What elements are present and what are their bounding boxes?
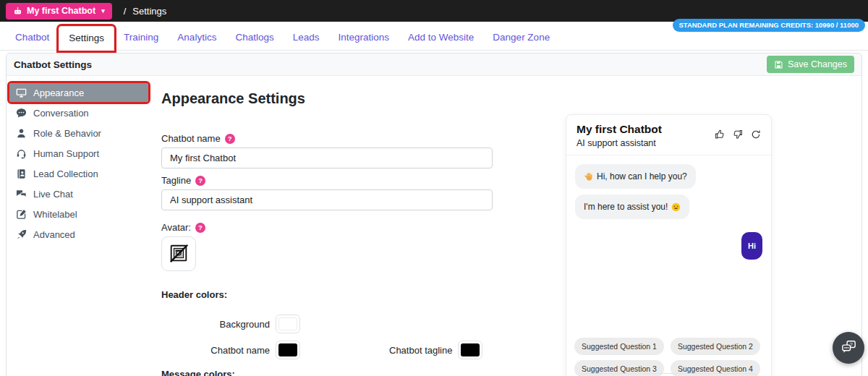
avatar-upload-button[interactable] (161, 236, 196, 271)
sidebar-item-human-support[interactable]: Human Support (9, 144, 148, 163)
sidebar-item-whitelabel[interactable]: Whitelabel (9, 205, 148, 223)
sidebar-item-label: Live Chat (33, 189, 73, 200)
save-changes-button[interactable]: Save Changes (767, 56, 854, 73)
robot-icon (13, 7, 22, 16)
avatar-label: Avatar: (161, 222, 191, 233)
tagline-input[interactable] (161, 189, 493, 210)
chatbot-selector-button[interactable]: My first Chatbot ▾ (6, 3, 112, 20)
sidebar-item-label: Conversation (33, 108, 89, 119)
chatbot-selector-label: My first Chatbot (27, 6, 95, 16)
sidebar-item-advanced[interactable]: Advanced (9, 225, 148, 244)
caret-down-icon: ▾ (101, 7, 105, 14)
message-input[interactable] (574, 373, 763, 376)
chatbot-name-input[interactable] (161, 148, 493, 168)
breadcrumb-separator: / (124, 6, 127, 17)
chatbot-name-label: Chatbot name (161, 133, 221, 144)
user-message-bubble: Hi (741, 232, 762, 260)
sidebar-item-label: Human Support (33, 148, 99, 159)
sidebar-item-label: Lead Collection (33, 168, 98, 179)
sidebar-item-lead-collection[interactable]: Lead Collection (9, 164, 148, 183)
header-background-color-row: Background (161, 315, 509, 333)
suggested-question-pill[interactable]: Suggested Question 2 (671, 338, 760, 355)
header-text-color-row: Chatbot name Chatbot tagline (161, 341, 509, 359)
chatbot-tagline-color-label: Chatbot tagline (389, 345, 452, 356)
tab-training[interactable]: Training (114, 26, 168, 51)
appearance-form: Appearance Settings Chatbot name ? Tagli… (161, 76, 509, 376)
breadcrumb-current: Settings (132, 6, 166, 17)
tab-chatbot[interactable]: Chatbot (6, 26, 59, 51)
sidebar-item-label: Whitelabel (33, 209, 77, 220)
refresh-icon[interactable] (751, 129, 761, 140)
save-icon (774, 60, 783, 69)
preview-title: My first Chatbot (576, 123, 662, 136)
address-book-icon (16, 168, 27, 179)
sidebar-item-label: Appearance (33, 87, 84, 98)
waving-hand-emoji (584, 172, 593, 181)
chat-preview-header: My first Chatbot AI support assistant (566, 115, 771, 155)
person-icon (16, 128, 27, 139)
chat-help-icon: ? (841, 338, 857, 357)
headset-icon (16, 148, 27, 159)
preview-subtitle: AI support assistant (576, 138, 662, 148)
chatbot-tagline-color-picker[interactable] (458, 341, 482, 359)
chat-preview-body: Hi, how can I help you? I'm here to assi… (566, 155, 771, 260)
avatar-group: Avatar: ? (161, 222, 509, 271)
bot-message-text: Hi, how can I help you? (597, 171, 687, 181)
chatbot-name-color-picker[interactable] (276, 341, 300, 359)
settings-card-header: Chatbot Settings Save Changes (7, 54, 861, 76)
tab-analytics[interactable]: Analytics (168, 26, 226, 51)
chat-bubbles-icon (16, 189, 27, 200)
tagline-group: Tagline ? (161, 175, 509, 210)
tab-integrations[interactable]: Integrations (328, 26, 399, 51)
chat-bubble-icon (16, 108, 27, 119)
help-icon[interactable]: ? (195, 223, 205, 233)
help-widget-button[interactable]: ? (833, 332, 864, 364)
smiling-face-emoji (671, 202, 681, 212)
sidebar-item-conversation[interactable]: Conversation (9, 103, 148, 122)
monitor-icon (16, 87, 27, 98)
message-colors-section-label: Message colors: (161, 369, 509, 376)
background-color-label: Background (161, 319, 270, 330)
header-colors-section-label: Header colors: (161, 289, 509, 300)
help-icon[interactable]: ? (225, 134, 235, 144)
tab-add-to-website[interactable]: Add to Website (399, 26, 483, 51)
bot-message-text: I'm here to assist you! (584, 202, 668, 212)
broken-image-icon (168, 242, 190, 266)
sidebar-item-label: Advanced (33, 229, 75, 240)
thumbs-up-icon[interactable] (715, 129, 725, 140)
bot-message: I'm here to assist you! (575, 195, 689, 219)
sidebar-item-appearance[interactable]: Appearance (9, 83, 148, 102)
tab-danger-zone[interactable]: Danger Zone (483, 26, 559, 51)
rocket-icon (16, 229, 27, 240)
sidebar-item-label: Role & Behavior (33, 128, 101, 139)
chat-preview: My first Chatbot AI support assistant (566, 114, 772, 376)
card-title: Chatbot Settings (14, 59, 92, 70)
thumbs-down-icon[interactable] (733, 129, 743, 140)
page-title: Appearance Settings (161, 90, 509, 107)
suggested-question-pill[interactable]: Suggested Question 1 (574, 338, 664, 355)
chatbot-name-group: Chatbot name ? (161, 133, 509, 168)
background-color-picker[interactable] (276, 315, 300, 333)
pencil-square-icon (16, 209, 27, 220)
chatbot-name-color-label: Chatbot name (161, 345, 270, 356)
tab-settings[interactable]: Settings (59, 26, 114, 51)
settings-sidebar: Appearance Conversation Role & Behavior (7, 76, 151, 376)
sidebar-item-role-behavior[interactable]: Role & Behavior (9, 124, 148, 142)
tab-chatlogs[interactable]: Chatlogs (226, 26, 283, 51)
save-changes-label: Save Changes (788, 59, 847, 69)
tagline-label: Tagline (161, 175, 191, 186)
suggested-questions: Suggested Question 1 Suggested Question … (574, 338, 763, 376)
page: My first Chatbot ▾ / Settings STANDARD P… (0, 0, 868, 376)
credits-badge: STANDARD PLAN REMAINING CREDITS: 10990 /… (673, 19, 865, 32)
bot-message: Hi, how can I help you? (575, 164, 696, 189)
tab-leads[interactable]: Leads (284, 26, 329, 51)
help-icon[interactable]: ? (195, 176, 205, 186)
sidebar-item-live-chat[interactable]: Live Chat (9, 184, 148, 203)
preview-header-actions (715, 123, 761, 148)
